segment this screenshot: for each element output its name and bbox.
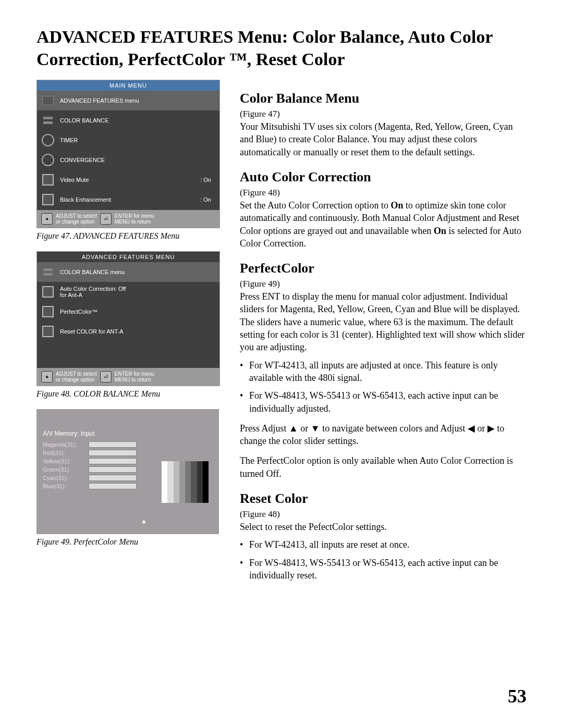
arrow-up-icon: ▲ [141, 517, 147, 525]
menu-item: COLOR BALANCE menu [37, 262, 219, 282]
body-text: Press ENT to display the menu for manual… [240, 290, 527, 353]
figure-48-screenshot: ADVANCED FEATURES MENU COLOR BALANCE men… [36, 251, 220, 386]
bullet-item: •For WS-48413, WS-55413 or WS-65413, eac… [240, 557, 527, 582]
box-icon [42, 326, 54, 337]
figure-48-caption: Figure 48. COLOR BALANCE Menu [36, 389, 219, 399]
body-text: Press Adjust ▲ or ▼ to navigate between … [240, 422, 527, 448]
body-text: Set the Auto Color Correction option to … [240, 199, 527, 250]
bars-icon [43, 117, 53, 124]
menu-item: Video Mute: On [37, 170, 219, 190]
figure-ref: (Figure 48) [240, 509, 527, 521]
body-text: Select to reset the PefectColor settings… [240, 521, 527, 533]
bullet-item: •For WT-42413, all inputs are adjusted a… [240, 359, 527, 385]
av-memory-label: A/V Memory: Input [36, 409, 219, 440]
figure-47-screenshot: MAIN MENU ADVANCED FEATURES menu COLOR B… [36, 80, 220, 228]
enter-icon: ⏎ [100, 213, 112, 225]
box-icon [42, 194, 54, 205]
figure-ref: (Figure 49) [240, 278, 527, 290]
menu-item: Reset COLOR for ANT-A [37, 322, 219, 341]
section-heading-reset-color: Reset Color [240, 489, 527, 508]
menu-title: ADVANCED FEATURES MENU [37, 252, 219, 262]
figure-ref: (Figure 47) [240, 108, 527, 120]
box-icon [42, 286, 54, 298]
menu-item: Auto Color Correction: Off for Ant-A [37, 282, 219, 302]
box-icon [42, 306, 54, 317]
figure-ref: (Figure 48) [240, 187, 527, 199]
figure-47-caption: Figure 47. ADVANCED FEATURES Menu [36, 231, 219, 241]
menu-footer: ✦ ADJUST to select or change option ⏎ EN… [37, 368, 219, 386]
menu-item: TIMER [37, 130, 219, 150]
clock-icon [42, 134, 54, 146]
figure-49-screenshot: A/V Memory: Input Magenta(31): Red(31): … [36, 409, 219, 534]
menu-item: COLOR BALANCE [37, 110, 219, 130]
section-heading-auto-color: Auto Color Correction [240, 168, 527, 186]
menu-title: MAIN MENU [37, 80, 219, 91]
body-text: Your Mitsubishi TV uses six colors (Mage… [240, 120, 527, 158]
color-bars-icon [162, 461, 209, 503]
menu-item: ADVANCED FEATURES menu [37, 91, 219, 110]
body-text: The PerfectColor option is only availabl… [240, 454, 527, 480]
slider-row: Red(31): [36, 449, 219, 457]
section-heading-perfectcolor: PerfectColor [240, 259, 527, 277]
menu-item: CONVERGENCE [37, 150, 219, 170]
bullet-item: •For WT-42413, all inputs are reset at o… [240, 538, 527, 551]
page-number: 53 [508, 685, 527, 707]
adjust-icon: ✦ [41, 371, 53, 382]
slider-row: Magenta(31): [36, 440, 219, 449]
section-heading-color-balance: Color Balance Menu [240, 89, 527, 107]
bullet-item: •For WS-48413, WS-55413 or WS-65413, eac… [240, 389, 527, 415]
bars-icon [43, 268, 53, 276]
adjust-icon: ✦ [41, 213, 53, 225]
target-icon [42, 154, 54, 166]
menu-footer: ✦ ADJUST to select or change option ⏎ EN… [37, 210, 219, 228]
enter-icon: ⏎ [100, 371, 112, 382]
figure-49-caption: Figure 49. PerfectColor Menu [36, 537, 219, 547]
page-title: ADVANCED FEATURES Menu: Color Balance, A… [36, 26, 527, 70]
box-icon [42, 174, 54, 186]
menu-item: PerfectColor™ [37, 302, 219, 322]
menu-item: Black Enhancement: On [37, 190, 219, 209]
tv-icon [42, 96, 54, 105]
